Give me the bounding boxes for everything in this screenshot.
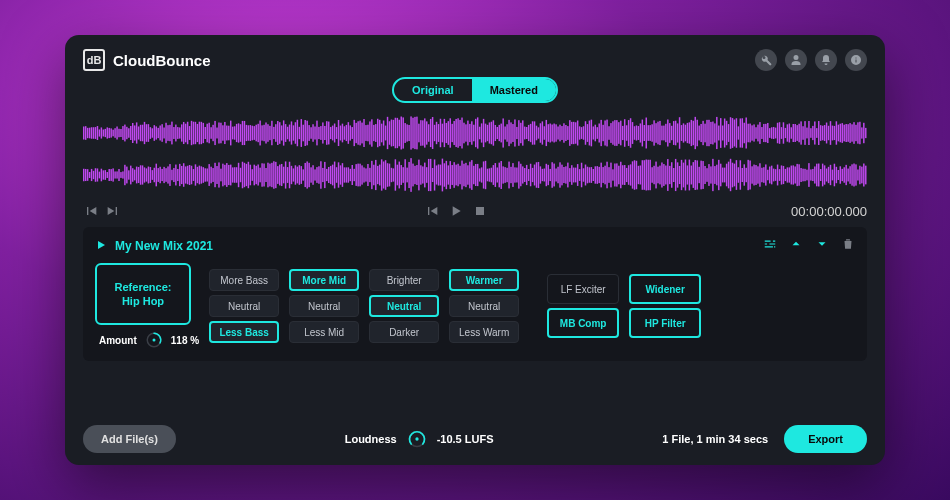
svg-rect-440: [159, 167, 160, 183]
chip-neutral-warm[interactable]: Neutral: [449, 295, 519, 317]
svg-rect-533: [342, 163, 343, 187]
svg-rect-39: [157, 128, 158, 138]
reference-genre-button[interactable]: Reference: Hip Hop: [95, 263, 191, 325]
collapse-up-icon[interactable]: [789, 237, 803, 255]
svg-rect-181: [436, 122, 437, 144]
module-hp-filter[interactable]: HP Filter: [629, 308, 701, 338]
svg-rect-531: [338, 162, 339, 187]
sliders-icon[interactable]: [763, 237, 777, 255]
svg-rect-509: [295, 165, 296, 184]
svg-rect-31: [142, 125, 143, 142]
svg-rect-101: [279, 122, 280, 144]
module-lf-exciter[interactable]: LF Exciter: [547, 274, 619, 304]
chip-neutral-bright[interactable]: Neutral: [369, 295, 439, 317]
chevron-down-icon[interactable]: [815, 237, 829, 255]
svg-rect-234: [540, 123, 541, 142]
svg-rect-459: [197, 167, 198, 183]
svg-rect-662: [595, 166, 596, 183]
add-files-button[interactable]: Add File(s): [83, 425, 176, 453]
svg-rect-102: [281, 125, 282, 140]
chip-warmer[interactable]: Warmer: [449, 269, 519, 291]
chip-less-mid[interactable]: Less Mid: [289, 321, 359, 343]
svg-rect-396: [857, 122, 858, 143]
svg-rect-63: [205, 127, 206, 139]
module-mb-comp[interactable]: MB Comp: [547, 308, 619, 338]
user-icon[interactable]: [785, 49, 807, 71]
chip-brighter[interactable]: Brighter: [369, 269, 439, 291]
chip-neutral-mid[interactable]: Neutral: [289, 295, 359, 317]
svg-rect-379: [824, 125, 825, 141]
svg-rect-604: [481, 167, 482, 182]
svg-rect-377: [820, 125, 821, 141]
svg-rect-792: [849, 166, 850, 184]
play-icon[interactable]: [448, 203, 464, 219]
skip-back-icon[interactable]: [83, 203, 99, 219]
track-play-icon[interactable]: [95, 237, 107, 255]
skip-forward-icon[interactable]: [105, 203, 121, 219]
svg-rect-187: [448, 121, 449, 145]
svg-rect-597: [467, 165, 468, 184]
svg-rect-38: [156, 126, 157, 139]
chip-less-warm[interactable]: Less Warm: [449, 321, 519, 343]
svg-rect-82: [242, 121, 243, 145]
chip-less-bass[interactable]: Less Bass: [209, 321, 279, 343]
toggle-mastered[interactable]: Mastered: [472, 79, 556, 101]
svg-rect-595: [463, 164, 464, 187]
svg-rect-261: [593, 126, 594, 139]
svg-rect-389: [843, 125, 844, 142]
svg-rect-243: [557, 126, 558, 139]
svg-rect-526: [328, 167, 329, 183]
stop-icon[interactable]: [472, 203, 488, 219]
export-button[interactable]: Export: [784, 425, 867, 453]
svg-rect-456: [191, 166, 192, 185]
toggle-original[interactable]: Original: [394, 79, 472, 101]
svg-rect-503: [283, 167, 284, 184]
svg-rect-724: [716, 165, 717, 186]
svg-rect-785: [836, 167, 837, 183]
svg-rect-325: [718, 126, 719, 141]
amount-knob[interactable]: [145, 331, 163, 349]
svg-rect-789: [843, 167, 844, 182]
svg-rect-651: [573, 168, 574, 183]
svg-rect-679: [628, 165, 629, 185]
svg-rect-194: [461, 118, 462, 149]
svg-rect-665: [600, 163, 601, 188]
transport-skip: [83, 203, 121, 219]
svg-rect-47: [173, 127, 174, 139]
svg-rect-758: [783, 166, 784, 184]
svg-rect-176: [426, 121, 427, 144]
loudness-knob[interactable]: [407, 429, 427, 449]
svg-rect-535: [346, 167, 347, 182]
module-widener[interactable]: Widener: [629, 274, 701, 304]
svg-rect-236: [544, 126, 545, 139]
svg-rect-681: [632, 161, 633, 188]
chip-more-bass[interactable]: More Bass: [209, 269, 279, 291]
bell-icon[interactable]: [815, 49, 837, 71]
svg-rect-682: [634, 160, 635, 190]
svg-rect-371: [808, 121, 809, 145]
svg-rect-65: [208, 123, 209, 144]
chip-more-mid[interactable]: More Mid: [289, 269, 359, 291]
info-icon[interactable]: [845, 49, 867, 71]
svg-rect-331: [730, 117, 731, 149]
prev-icon[interactable]: [424, 203, 440, 219]
svg-rect-434: [148, 167, 149, 184]
trash-icon[interactable]: [841, 237, 855, 255]
svg-rect-238: [548, 124, 549, 142]
wrench-icon[interactable]: [755, 49, 777, 71]
chip-neutral-bass[interactable]: Neutral: [209, 295, 279, 317]
header: dB CloudBounce: [83, 49, 867, 71]
svg-rect-184: [442, 124, 443, 143]
chip-darker[interactable]: Darker: [369, 321, 439, 343]
waveform-display[interactable]: [83, 109, 867, 199]
svg-rect-53: [185, 124, 186, 143]
svg-rect-310: [689, 122, 690, 143]
module-col-right: Widener HP Filter: [629, 274, 701, 338]
svg-rect-242: [555, 124, 556, 141]
svg-rect-530: [336, 167, 337, 183]
svg-rect-391: [847, 124, 848, 142]
svg-rect-354: [775, 128, 776, 139]
svg-rect-284: [638, 126, 639, 140]
svg-rect-801: [476, 207, 484, 215]
svg-rect-312: [693, 121, 694, 145]
